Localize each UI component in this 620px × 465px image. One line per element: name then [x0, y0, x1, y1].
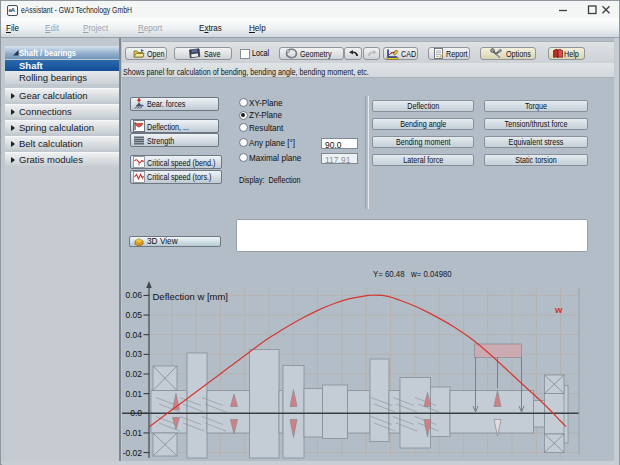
- svg-text:-0.01: -0.01: [123, 428, 143, 438]
- svg-text:0.06: 0.06: [125, 290, 142, 300]
- svg-text:0.02: 0.02: [125, 369, 142, 379]
- svg-text:0.03: 0.03: [125, 349, 142, 359]
- svg-text:0.01: 0.01: [125, 389, 142, 399]
- svg-text:0.05: 0.05: [125, 310, 142, 320]
- svg-text:w: w: [554, 304, 563, 315]
- svg-text:-0.02: -0.02: [123, 448, 143, 458]
- svg-text:Deflection w [mm]: Deflection w [mm]: [153, 291, 229, 302]
- svg-text:0.04: 0.04: [125, 330, 142, 340]
- svg-text:0.0: 0.0: [130, 408, 142, 418]
